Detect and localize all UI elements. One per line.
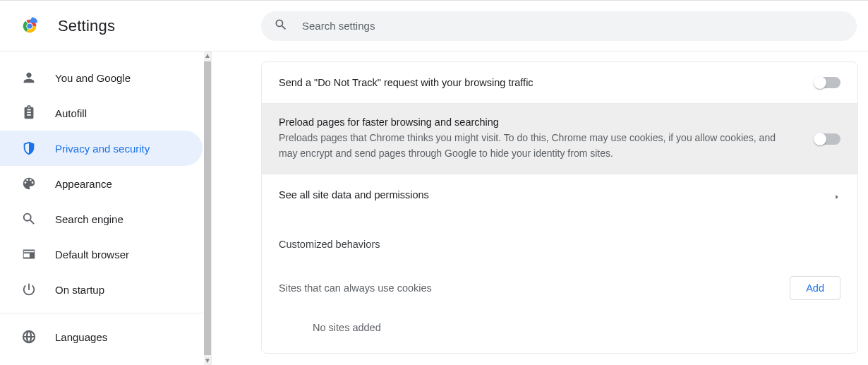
sidebar: You and Google Autofill Privacy and secu… bbox=[0, 52, 212, 365]
sidebar-item-appearance[interactable]: Appearance bbox=[0, 166, 203, 201]
sidebar-item-you-and-google[interactable]: You and Google bbox=[0, 60, 203, 95]
sidebar-item-search-engine[interactable]: Search engine bbox=[0, 201, 203, 237]
dnt-toggle[interactable] bbox=[815, 77, 840, 88]
sidebar-item-label: Search engine bbox=[55, 213, 123, 225]
list-header-row: Sites that can always use cookies Add bbox=[279, 271, 840, 305]
row-subtitle: Preloads pages that Chrome thinks you mi… bbox=[279, 131, 787, 161]
row-preload-pages[interactable]: Preload pages for faster browsing and se… bbox=[262, 103, 857, 174]
search-input[interactable] bbox=[302, 20, 844, 32]
cookies-allow-list: Sites that can always use cookies Add No… bbox=[262, 265, 857, 353]
toggle-knob bbox=[814, 133, 826, 145]
search-field[interactable] bbox=[261, 11, 857, 41]
window-icon bbox=[21, 246, 37, 262]
settings-panel: Send a "Do Not Track" request with your … bbox=[261, 61, 858, 354]
person-icon bbox=[21, 70, 37, 85]
sidebar-item-label: On startup bbox=[55, 284, 104, 296]
svg-point-2 bbox=[27, 23, 32, 28]
scroll-up-icon: ▲ bbox=[204, 52, 211, 60]
sidebar-item-languages[interactable]: Languages bbox=[0, 319, 203, 354]
toggle-knob bbox=[814, 76, 826, 89]
sidebar-item-label: Privacy and security bbox=[55, 143, 150, 155]
row-all-site-data[interactable]: See all site data and permissions bbox=[262, 174, 857, 215]
power-icon bbox=[21, 282, 37, 297]
sidebar-item-on-startup[interactable]: On startup bbox=[0, 272, 203, 307]
palette-icon bbox=[21, 176, 37, 191]
row-title: See all site data and permissions bbox=[279, 189, 805, 201]
sidebar-scrollbar[interactable]: ▲ ▼ bbox=[204, 52, 211, 365]
row-title: Send a "Do Not Track" request with your … bbox=[279, 77, 787, 88]
page-title: Settings bbox=[58, 17, 115, 35]
header: Settings bbox=[0, 1, 868, 52]
row-title: Preload pages for faster browsing and se… bbox=[279, 116, 787, 128]
sidebar-item-label: Autofill bbox=[55, 107, 87, 119]
sidebar-divider bbox=[0, 313, 211, 313]
sidebar-item-autofill[interactable]: Autofill bbox=[0, 95, 203, 131]
chevron-right-icon bbox=[833, 191, 840, 198]
add-site-button[interactable]: Add bbox=[790, 276, 840, 300]
search-icon bbox=[21, 211, 37, 227]
sidebar-item-label: Default browser bbox=[55, 249, 129, 261]
section-heading: Customized behaviors bbox=[262, 215, 857, 265]
sidebar-item-label: Languages bbox=[55, 331, 107, 343]
clipboard-icon bbox=[21, 105, 37, 121]
globe-icon bbox=[21, 329, 37, 345]
chrome-logo-icon bbox=[20, 16, 40, 36]
sidebar-item-label: Appearance bbox=[55, 178, 112, 190]
sidebar-item-label: You and Google bbox=[55, 72, 131, 84]
search-icon bbox=[274, 18, 302, 34]
main-content: Send a "Do Not Track" request with your … bbox=[212, 52, 868, 365]
sidebar-item-default-browser[interactable]: Default browser bbox=[0, 237, 203, 272]
empty-list-message: No sites added bbox=[279, 305, 840, 339]
shield-icon bbox=[21, 140, 37, 156]
scroll-down-icon: ▼ bbox=[204, 357, 211, 365]
row-do-not-track[interactable]: Send a "Do Not Track" request with your … bbox=[262, 62, 857, 103]
scroll-thumb[interactable] bbox=[204, 61, 211, 355]
sidebar-item-privacy-security[interactable]: Privacy and security bbox=[0, 131, 203, 166]
preload-toggle[interactable] bbox=[815, 133, 840, 145]
list-label: Sites that can always use cookies bbox=[279, 282, 432, 294]
